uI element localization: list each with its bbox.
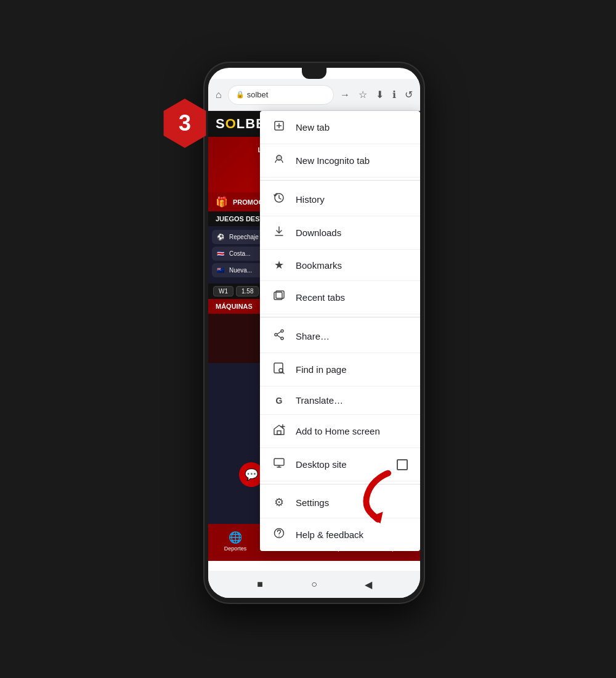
bookmarks-label: Bookmarks <box>296 260 408 271</box>
address-bar[interactable]: 🔒 solbet <box>228 85 334 105</box>
find-icon <box>272 362 286 377</box>
menu-recent-tabs[interactable]: Recent tabs <box>260 281 420 314</box>
browser-chrome: ⌂ 🔒 solbet → ☆ ⬇ ℹ ↺ <box>208 79 420 111</box>
menu-settings[interactable]: ⚙ Settings <box>260 487 420 518</box>
notch <box>302 68 326 79</box>
divider-1 <box>260 180 420 181</box>
bookmarks-icon: ★ <box>272 258 286 272</box>
desktop-site-label: Desktop site <box>296 459 387 470</box>
share-icon <box>272 329 286 344</box>
new-tab-icon <box>272 120 286 135</box>
flag-cr-icon: 🇨🇷 <box>217 250 224 257</box>
settings-icon: ⚙ <box>272 496 286 509</box>
home-icon[interactable]: ⌂ <box>213 87 224 103</box>
bet-w1: W1 <box>213 286 233 296</box>
lock-icon: 🔒 <box>236 91 245 99</box>
menu-downloads[interactable]: Downloads <box>260 216 420 250</box>
android-home[interactable]: ○ <box>308 578 320 590</box>
menu-desktop-site[interactable]: Desktop site <box>260 448 420 481</box>
divider-2 <box>260 317 420 317</box>
menu-find-in-page[interactable]: Find in page <box>260 353 420 386</box>
downloads-icon <box>272 225 286 240</box>
help-label: Help & feedback <box>296 529 408 540</box>
recent-tabs-icon <box>272 290 286 305</box>
help-icon <box>272 527 286 542</box>
svg-point-9 <box>281 330 283 332</box>
new-tab-label: New tab <box>296 122 408 133</box>
menu-help[interactable]: Help & feedback <box>260 518 420 551</box>
svg-point-4 <box>276 155 282 159</box>
url-text: solbet <box>247 90 269 99</box>
flag-nz-icon: 🇳🇿 <box>217 267 224 274</box>
desktop-site-checkbox[interactable] <box>397 459 408 470</box>
menu-add-home[interactable]: Add to Home screen <box>260 415 420 448</box>
svg-rect-20 <box>274 459 284 465</box>
translate-label: Translate… <box>296 395 408 406</box>
deportes-icon: 🌐 <box>229 531 242 544</box>
forward-icon[interactable]: → <box>338 87 352 103</box>
android-back[interactable]: ◀ <box>362 578 375 590</box>
desktop-icon <box>272 457 286 472</box>
android-recents[interactable]: ■ <box>254 578 266 590</box>
add-home-icon <box>272 423 286 439</box>
nav-deportes[interactable]: 🌐 Deportes <box>224 531 247 552</box>
downloads-label: Downloads <box>296 227 408 238</box>
step-number: 3 <box>179 110 191 136</box>
gift-icon: 🎁 <box>216 196 228 208</box>
share-label: Share… <box>296 331 408 341</box>
settings-label: Settings <box>296 497 408 508</box>
recent-tabs-label: Recent tabs <box>296 292 408 303</box>
menu-new-tab[interactable]: New tab <box>260 111 420 144</box>
svg-point-10 <box>275 333 277 336</box>
bet-value: 1.58 <box>236 286 259 296</box>
menu-bookmarks[interactable]: ★ Bookmarks <box>260 250 420 281</box>
svg-line-12 <box>277 332 281 334</box>
svg-point-24 <box>278 536 280 537</box>
svg-line-13 <box>277 335 281 338</box>
info-icon[interactable]: ℹ <box>390 86 399 103</box>
menu-incognito[interactable]: New Incognito tab <box>260 144 420 178</box>
phone-screen: ⌂ 🔒 solbet → ☆ ⬇ ℹ ↺ SOLBET <box>208 68 420 598</box>
incognito-icon <box>272 153 286 168</box>
incognito-label: New Incognito tab <box>296 155 408 166</box>
deportes-label: Deportes <box>224 545 247 552</box>
translate-icon: G <box>272 396 286 406</box>
find-in-page-label: Find in page <box>296 364 408 375</box>
soccer-icon: ⚽ <box>217 234 224 240</box>
menu-history[interactable]: History <box>260 183 420 216</box>
phone-frame: ⌂ 🔒 solbet → ☆ ⬇ ℹ ↺ SOLBET <box>203 62 425 604</box>
menu-share[interactable]: Share… <box>260 320 420 353</box>
game2-text: Costa... <box>229 250 250 257</box>
step-badge: 3 <box>160 99 209 148</box>
svg-point-11 <box>281 337 283 340</box>
history-label: History <box>296 194 408 205</box>
menu-translate[interactable]: G Translate… <box>260 386 420 415</box>
dropdown-menu: New tab New Incognito tab <box>260 111 420 551</box>
divider-3 <box>260 484 420 484</box>
add-home-label: Add to Home screen <box>296 426 408 436</box>
download-icon[interactable]: ⬇ <box>373 86 386 103</box>
star-icon[interactable]: ☆ <box>356 86 370 103</box>
history-icon <box>272 192 286 207</box>
svg-rect-17 <box>277 431 281 435</box>
refresh-icon[interactable]: ↺ <box>402 86 415 103</box>
scene: 3 ⌂ 🔒 solbet → ☆ ⬇ ℹ ↺ <box>179 62 437 616</box>
game3-text: Nueva... <box>229 267 252 274</box>
android-nav: ■ ○ ◀ <box>208 571 420 598</box>
svg-line-16 <box>283 372 285 374</box>
svg-rect-14 <box>274 363 283 373</box>
